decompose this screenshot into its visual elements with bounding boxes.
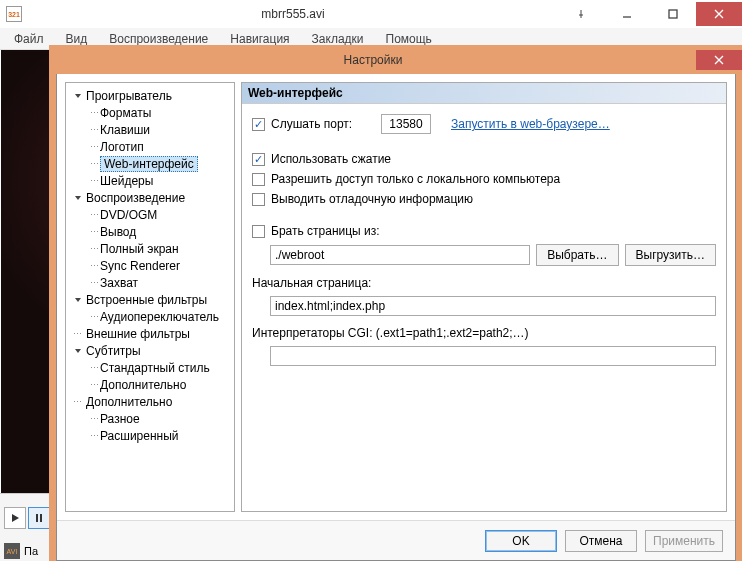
browse-button[interactable]: Выбрать… (536, 244, 618, 266)
panel-header: Web-интерфейс (242, 83, 726, 104)
settings-footer: OK Отмена Применить (57, 520, 735, 560)
apply-button[interactable]: Применить (645, 530, 723, 552)
play-button[interactable] (4, 507, 26, 529)
tree-style[interactable]: ⋯Стандартный стиль (68, 359, 232, 376)
svg-rect-0 (669, 10, 677, 18)
svg-rect-2 (40, 514, 42, 522)
collapse-icon[interactable] (72, 192, 83, 203)
compression-checkbox[interactable] (252, 153, 265, 166)
tree-formats[interactable]: ⋯Форматы (68, 104, 232, 121)
pause-button[interactable] (28, 507, 50, 529)
tree-various[interactable]: ⋯Разное (68, 410, 232, 427)
listen-port-label: Слушать порт: (271, 117, 375, 131)
main-close-button[interactable] (696, 2, 742, 26)
tree-sync[interactable]: ⋯Sync Renderer (68, 257, 232, 274)
tree-keys[interactable]: ⋯Клавиши (68, 121, 232, 138)
menu-file[interactable]: Файл (4, 29, 54, 49)
serve-pages-label: Брать страницы из: (271, 224, 380, 238)
collapse-icon[interactable] (72, 294, 83, 305)
tree-capture[interactable]: ⋯Захват (68, 274, 232, 291)
ok-button[interactable]: OK (485, 530, 557, 552)
tree-dvd[interactable]: ⋯DVD/OGM (68, 206, 232, 223)
listen-port-checkbox[interactable] (252, 118, 265, 131)
main-window-title: mbrr555.avi (28, 7, 558, 21)
minimize-button[interactable] (604, 2, 650, 26)
unpin-button[interactable] (558, 2, 604, 26)
tree-fullscreen[interactable]: ⋯Полный экран (68, 240, 232, 257)
default-page-input[interactable]: index.html;index.php (270, 296, 716, 316)
tree-shaders[interactable]: ⋯Шейдеры (68, 172, 232, 189)
local-only-label: Разрешить доступ только с локального ком… (271, 172, 560, 186)
serve-pages-checkbox[interactable] (252, 225, 265, 238)
settings-close-button[interactable] (696, 50, 742, 70)
status-text: Па (24, 545, 38, 557)
collapse-icon[interactable] (72, 345, 83, 356)
avi-format-icon: AVI (4, 543, 20, 559)
tree-external-filters[interactable]: ⋯ Внешние фильтры (68, 325, 232, 342)
maximize-button[interactable] (650, 2, 696, 26)
settings-title: Настройки (50, 53, 696, 67)
default-page-label: Начальная страница: (252, 276, 716, 290)
local-only-checkbox[interactable] (252, 173, 265, 186)
svg-rect-1 (36, 514, 38, 522)
tree-misc[interactable]: ⋯ Дополнительно (68, 393, 232, 410)
deploy-button[interactable]: Выгрузить… (625, 244, 717, 266)
tree-playback[interactable]: Воспроизведение (68, 189, 232, 206)
collapse-icon[interactable] (72, 90, 83, 101)
tree-logo[interactable]: ⋯Логотип (68, 138, 232, 155)
tree-internal-filters[interactable]: Встроенные фильтры (68, 291, 232, 308)
tree-subtitles[interactable]: Субтитры (68, 342, 232, 359)
compression-label: Использовать сжатие (271, 152, 391, 166)
open-in-browser-link[interactable]: Запустить в web-браузере… (451, 117, 610, 131)
settings-tree[interactable]: Проигрыватель ⋯Форматы ⋯Клавиши ⋯Логотип… (65, 82, 235, 512)
tree-sub-misc[interactable]: ⋯Дополнительно (68, 376, 232, 393)
cancel-button[interactable]: Отмена (565, 530, 637, 552)
tree-advanced[interactable]: ⋯Расширенный (68, 427, 232, 444)
port-input[interactable]: 13580 (381, 114, 431, 134)
leaf-icon: ⋯ (72, 396, 83, 407)
webroot-input[interactable]: ./webroot (270, 245, 530, 265)
cgi-label: Интерпретаторы CGI: (.ext1=path1;.ext2=p… (252, 326, 716, 340)
debug-checkbox[interactable] (252, 193, 265, 206)
tree-audio-switcher[interactable]: ⋯Аудиопереключатель (68, 308, 232, 325)
settings-dialog: Настройки Проигрыватель ⋯Форматы ⋯Клавиш… (56, 52, 736, 561)
leaf-icon: ⋯ (72, 328, 83, 339)
main-titlebar: 321 mbrr555.avi (0, 0, 742, 28)
settings-content-panel: Web-интерфейс Слушать порт: 13580 Запуст… (241, 82, 727, 512)
tree-player[interactable]: Проигрыватель (68, 87, 232, 104)
debug-label: Выводить отладочную информацию (271, 192, 473, 206)
settings-titlebar: Настройки (50, 46, 742, 74)
tree-web-interface[interactable]: ⋯Web-интерфейс (68, 155, 232, 172)
app-icon: 321 (6, 6, 22, 22)
tree-output[interactable]: ⋯Вывод (68, 223, 232, 240)
cgi-input[interactable] (270, 346, 716, 366)
